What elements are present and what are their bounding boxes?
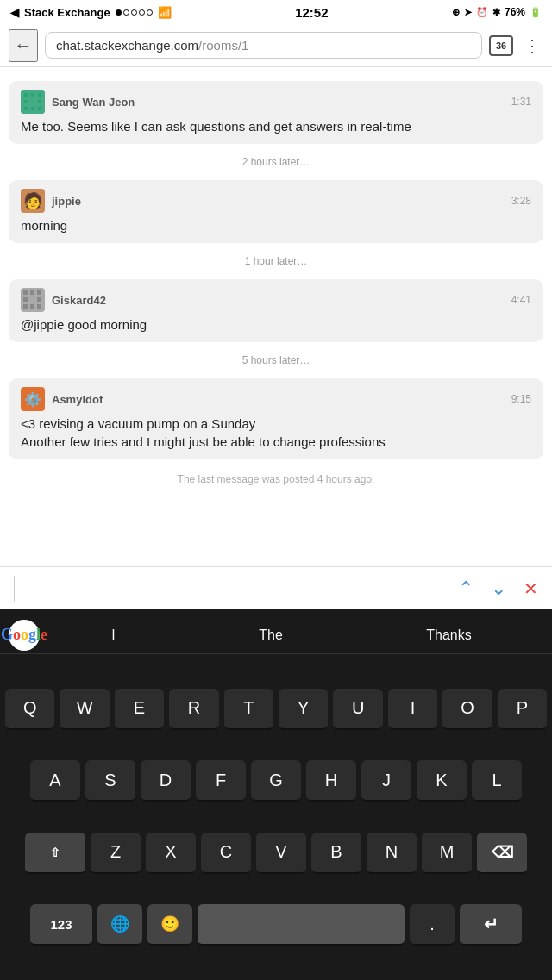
key-r[interactable]: R — [169, 689, 218, 730]
message-group-giskard: Giskard42 4:41 @jippie good morning — [9, 279, 543, 342]
key-a[interactable]: A — [30, 760, 80, 802]
clock: 12:52 — [295, 5, 328, 20]
author-row: Giskard42 — [21, 288, 106, 312]
message-header: Sang Wan Jeon 1:31 — [21, 90, 531, 114]
key-p[interactable]: P — [498, 689, 547, 730]
key-x[interactable]: X — [146, 833, 196, 874]
battery-level: 76% — [505, 6, 525, 18]
key-m[interactable]: M — [422, 833, 472, 874]
message-text-line1: <3 revising a vacuum pump on a Sunday — [21, 415, 531, 433]
suggestion-word-2[interactable]: The — [250, 624, 292, 646]
svg-rect-6 — [24, 107, 28, 110]
key-g[interactable]: G — [251, 760, 301, 802]
suggestions-words: I The Thanks — [40, 624, 543, 646]
key-globe[interactable]: 🌐 — [97, 904, 142, 946]
message-header: ⚙️ Asmyldof 9:15 — [21, 387, 531, 411]
time-separator-1: 2 hours later… — [0, 149, 552, 175]
key-q[interactable]: Q — [5, 689, 54, 730]
bluetooth-icon: ✱ — [492, 7, 500, 18]
message-text-line2: Another few tries and I might just be ab… — [21, 433, 531, 451]
key-space[interactable] — [198, 904, 405, 946]
suggestion-word-1[interactable]: I — [103, 624, 123, 646]
svg-rect-15 — [23, 304, 28, 309]
navigation-icon: ➤ — [464, 7, 472, 18]
key-t[interactable]: T — [224, 689, 273, 730]
chat-toolbar: ⌃ ⌄ ✕ — [0, 566, 552, 609]
message-text: Me too. Seems like I can ask questions a… — [21, 117, 531, 135]
svg-rect-7 — [31, 107, 34, 110]
key-o[interactable]: O — [442, 689, 492, 730]
address-bar: ← chat.stackexchange.com /rooms/1 36 ⋮ — [0, 24, 552, 67]
signal-dot-5 — [147, 9, 153, 16]
key-s[interactable]: S — [85, 760, 135, 802]
toolbar-divider — [14, 576, 15, 602]
status-bar: ◀ Stack Exchange 📶 12:52 ⊕ ➤ ⏰ ✱ 76% 🔋 — [0, 0, 552, 24]
signal-strength — [116, 9, 153, 16]
key-123[interactable]: 123 — [30, 904, 92, 946]
url-bar[interactable]: chat.stackexchange.com /rooms/1 — [45, 32, 482, 59]
back-button[interactable]: ← — [9, 29, 38, 62]
key-row-1: Q W E R T Y U I O P — [0, 689, 552, 730]
back-arrow-icon: ◀ — [10, 6, 19, 19]
key-h[interactable]: H — [306, 760, 356, 802]
key-n[interactable]: N — [367, 833, 417, 874]
key-shift[interactable]: ⇧ — [25, 833, 85, 874]
key-f[interactable]: F — [196, 760, 246, 802]
author-row: 🧑 jippie — [21, 189, 81, 213]
svg-rect-14 — [37, 297, 41, 302]
svg-rect-12 — [37, 290, 41, 295]
scroll-up-button[interactable]: ⌃ — [458, 577, 474, 600]
avatar-sang — [21, 90, 45, 114]
message-text: @jippie good morning — [21, 315, 531, 334]
alarm-icon: ⏰ — [476, 7, 488, 18]
key-k[interactable]: K — [417, 760, 467, 802]
message-time: 3:28 — [511, 195, 531, 207]
menu-button[interactable]: ⋮ — [520, 35, 543, 56]
tab-count-button[interactable]: 36 — [489, 35, 513, 56]
url-main: chat.stackexchange.com — [56, 38, 198, 53]
key-i[interactable]: I — [388, 689, 437, 730]
wifi-icon: 📶 — [158, 6, 172, 19]
svg-rect-4 — [24, 100, 28, 103]
key-enter[interactable]: ↵ — [460, 904, 522, 946]
chat-area: Sang Wan Jeon 1:31 Me too. Seems like I … — [0, 67, 552, 566]
key-y[interactable]: Y — [279, 689, 328, 730]
key-u[interactable]: U — [333, 689, 382, 730]
message-group-asmyldof: ⚙️ Asmyldof 9:15 <3 revising a vacuum pu… — [9, 378, 543, 459]
svg-rect-10 — [23, 290, 28, 295]
key-row-4: 123 🌐 🙂 . ↵ — [0, 904, 552, 946]
signal-dot-1 — [116, 9, 122, 16]
key-row-2: A S D F G H J K L — [0, 760, 552, 802]
key-c[interactable]: C — [201, 833, 251, 874]
time-separator-3: 5 hours later… — [0, 347, 552, 373]
author-row: ⚙️ Asmyldof — [21, 387, 103, 411]
message-header: Giskard42 4:41 — [21, 288, 531, 312]
author-name: Asmyldof — [52, 393, 103, 406]
svg-rect-1 — [24, 93, 28, 97]
keyboard: Google I The Thanks Q W E R T Y U I O P … — [0, 609, 552, 980]
key-z[interactable]: Z — [91, 833, 141, 874]
suggestion-word-3[interactable]: Thanks — [417, 624, 480, 646]
scroll-down-button[interactable]: ⌄ — [491, 577, 506, 600]
message-text: morning — [21, 216, 531, 234]
key-period[interactable]: . — [410, 904, 455, 946]
key-b[interactable]: B — [311, 833, 361, 874]
svg-rect-13 — [23, 297, 28, 302]
key-w[interactable]: W — [60, 689, 109, 730]
avatar-giskard — [21, 288, 45, 312]
svg-rect-5 — [38, 100, 41, 103]
svg-rect-11 — [30, 290, 34, 295]
key-j[interactable]: J — [361, 760, 411, 802]
key-l[interactable]: L — [472, 760, 522, 802]
url-path: /rooms/1 — [198, 38, 248, 53]
key-emoji[interactable]: 🙂 — [147, 904, 192, 946]
key-e[interactable]: E — [115, 689, 164, 730]
key-v[interactable]: V — [256, 833, 306, 874]
keyboard-rows: Q W E R T Y U I O P A S D F G H J K L ⇧ … — [0, 654, 552, 980]
key-backspace[interactable]: ⌫ — [477, 833, 527, 874]
message-group-sang: Sang Wan Jeon 1:31 Me too. Seems like I … — [9, 81, 543, 144]
svg-rect-2 — [31, 93, 34, 97]
key-d[interactable]: D — [141, 760, 191, 802]
toolbar-close-button[interactable]: ✕ — [524, 578, 538, 599]
message-time: 4:41 — [511, 294, 531, 306]
